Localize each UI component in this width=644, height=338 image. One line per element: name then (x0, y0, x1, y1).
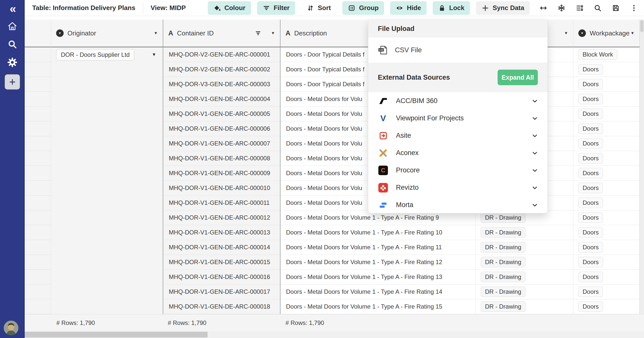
container-id-cell[interactable]: MHQ-DOR-V1-GEN-DE-ARC-000015 (163, 255, 280, 270)
source-item-procore[interactable]: CProcore (368, 162, 547, 179)
workpackage-chip[interactable]: Doors (578, 138, 603, 149)
chevron-down-icon[interactable] (532, 185, 538, 191)
cell-dropdown-caret-icon[interactable]: ▼ (152, 52, 156, 57)
container-id-cell[interactable]: MHQ-DOR-V1-GEN-DE-ARC-000017 (163, 284, 280, 299)
chevron-down-icon[interactable] (532, 133, 538, 139)
source-item-viewpoint-for-projects[interactable]: VViewpoint For Projects (368, 110, 547, 127)
row-gutter-cell[interactable] (25, 121, 51, 136)
arrows-horizontal-icon[interactable] (539, 3, 548, 13)
horizontal-scrollbar-thumb[interactable] (25, 332, 208, 337)
workpackage-chip[interactable]: Doors (578, 109, 603, 119)
description-cell[interactable]: Doors - Metal Doors for Volume 1 - Type … (280, 270, 475, 284)
lock-button[interactable]: Lock (433, 1, 470, 15)
row-gutter-cell[interactable] (25, 181, 51, 196)
source-item-revizto[interactable]: Revizto (368, 179, 547, 196)
container-id-cell[interactable]: MHQ-DOR-V1-GEN-DE-ARC-000016 (163, 270, 280, 284)
container-id-cell[interactable]: MHQ-DOR-V1-GEN-DE-ARC-000009 (163, 166, 280, 181)
workpackage-chip[interactable]: Doors (578, 153, 603, 164)
row-gutter-cell[interactable] (25, 151, 51, 166)
chevron-down-icon[interactable] (532, 98, 538, 104)
container-id-cell[interactable]: MHQ-DOR-V1-GEN-DE-ARC-000005 (163, 107, 280, 121)
workpackage-chip[interactable]: Doors (578, 227, 603, 238)
source-item-asite[interactable]: Asite (368, 127, 547, 144)
row-height-icon[interactable] (575, 3, 584, 13)
row-gutter-cell[interactable] (25, 77, 51, 92)
row-gutter-cell[interactable] (25, 62, 51, 77)
description-cell[interactable]: Doors - Metal Doors for Volume 1 - Type … (280, 255, 475, 270)
source-item-morta[interactable]: Morta (368, 196, 547, 213)
container-id-cell[interactable]: MHQ-DOR-V2-GEN-DE-ARC-000002 (163, 62, 280, 77)
row-gutter-cell[interactable] (25, 225, 51, 240)
row-gutter-cell[interactable] (25, 47, 51, 62)
workpackage-chip[interactable]: Doors (578, 257, 603, 267)
csv-file-item[interactable]: CSV CSV File (368, 37, 547, 63)
workpackage-cell[interactable]: Doors (573, 181, 639, 196)
row-gutter-cell[interactable] (25, 92, 51, 107)
document-type-cell[interactable]: DR - Drawing (476, 284, 573, 299)
container-id-cell[interactable]: MHQ-DOR-V1-GEN-DE-ARC-000014 (163, 240, 280, 255)
workpackage-chip[interactable]: Doors (578, 198, 603, 208)
chevron-down-icon[interactable] (532, 167, 538, 173)
workpackage-chip[interactable]: Doors (578, 272, 603, 282)
workpackage-cell[interactable]: Block Work (573, 47, 639, 62)
workpackage-cell[interactable]: Doors (573, 77, 639, 92)
workpackage-cell[interactable]: Doors (573, 210, 639, 225)
group-button[interactable]: Group (342, 1, 384, 15)
add-icon[interactable]: + (4, 74, 20, 90)
save-icon[interactable] (611, 3, 620, 13)
home-icon[interactable] (0, 19, 25, 33)
description-cell[interactable]: Doors - Metal Doors for Volume 1 - Type … (280, 284, 475, 299)
workpackage-cell[interactable]: Doors (573, 151, 639, 166)
document-type-chip[interactable]: DR - Drawing (481, 286, 526, 297)
vertical-scrollbar[interactable] (640, 20, 644, 314)
column-filter-icon[interactable] (255, 30, 261, 36)
container-id-cell[interactable]: MHQ-DOR-V3-GEN-DE-ARC-000003 (163, 77, 280, 92)
row-gutter-cell[interactable] (25, 166, 51, 181)
workpackage-chip[interactable]: Doors (578, 79, 603, 89)
description-cell[interactable]: Doors - Metal Doors for Volume 1 - Type … (280, 240, 475, 255)
column-menu-caret-icon[interactable]: ▼ (564, 31, 568, 35)
column-menu-caret-icon[interactable]: ▼ (630, 31, 634, 35)
sort-button[interactable]: Sort (301, 1, 336, 15)
container-id-cell[interactable]: MHQ-DOR-V1-GEN-DE-ARC-000012 (163, 210, 280, 225)
workpackage-chip[interactable]: Doors (578, 242, 603, 253)
originator-value-chip[interactable]: DOR - Doors Supplier Ltd (56, 49, 134, 61)
document-type-chip[interactable]: DR - Drawing (481, 301, 526, 312)
vertical-scrollbar-thumb[interactable] (640, 20, 643, 32)
originator-cell[interactable]: DOR - Doors Supplier Ltd▼ (51, 47, 163, 62)
document-type-cell[interactable]: DR - Drawing (476, 240, 573, 255)
chevron-down-icon[interactable] (532, 150, 538, 156)
workpackage-cell[interactable]: Doors (573, 107, 639, 121)
row-gutter-cell[interactable] (25, 240, 51, 255)
source-item-aconex[interactable]: Aconex (368, 144, 547, 162)
document-type-cell[interactable]: DR - Drawing (476, 225, 573, 240)
avatar[interactable] (4, 321, 18, 335)
filter-button[interactable]: Filter (257, 1, 295, 15)
more-icon[interactable] (629, 3, 638, 13)
colour-button[interactable]: Colour (208, 1, 251, 15)
workpackage-cell[interactable]: Doors (573, 225, 639, 240)
container-id-cell[interactable]: MHQ-DOR-V1-GEN-DE-ARC-000013 (163, 225, 280, 240)
document-type-cell[interactable]: DR - Drawing (476, 299, 573, 314)
row-gutter-cell[interactable] (25, 255, 51, 270)
search-icon[interactable] (593, 3, 602, 13)
container-id-cell[interactable]: MHQ-DOR-V1-GEN-DE-ARC-000007 (163, 136, 280, 151)
workpackage-chip[interactable]: Doors (578, 286, 603, 297)
document-type-chip[interactable]: DR - Drawing (481, 272, 526, 282)
container-id-cell[interactable]: MHQ-DOR-V1-GEN-DE-ARC-000011 (163, 196, 280, 210)
description-cell[interactable]: Doors - Metal Doors for Volume 1 - Type … (280, 225, 475, 240)
row-gutter-cell[interactable] (25, 210, 51, 225)
chevron-down-icon[interactable] (532, 202, 538, 208)
document-type-chip[interactable]: DR - Drawing (481, 242, 526, 253)
hide-button[interactable]: Hide (390, 1, 426, 15)
document-type-chip[interactable]: DR - Drawing (481, 212, 526, 223)
workpackage-cell[interactable]: Doors (573, 92, 639, 107)
document-type-cell[interactable]: DR - Drawing (476, 270, 573, 284)
container-id-cell[interactable]: MHQ-DOR-V1-GEN-DE-ARC-000018 (163, 299, 280, 314)
column-header-originator[interactable]: ▼Originator▼ (51, 20, 163, 47)
workpackage-chip[interactable]: Doors (578, 212, 603, 223)
row-gutter-cell[interactable] (25, 107, 51, 121)
search-icon[interactable] (0, 37, 25, 51)
settings-icon[interactable] (0, 55, 25, 69)
column-menu-caret-icon[interactable]: ▼ (154, 31, 158, 35)
